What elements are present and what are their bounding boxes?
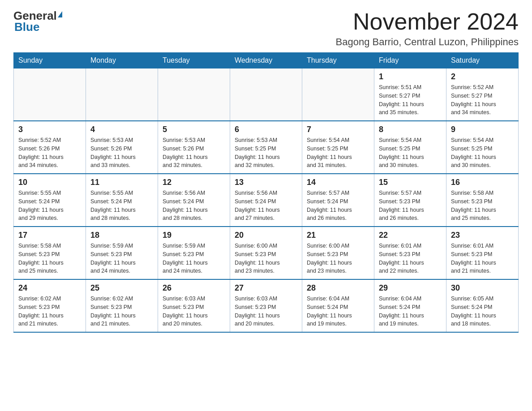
day-info: Sunrise: 6:04 AM Sunset: 5:24 PM Dayligh… <box>379 295 442 328</box>
calendar-cell: 2Sunrise: 5:52 AM Sunset: 5:27 PM Daylig… <box>446 68 519 121</box>
calendar-cell: 24Sunrise: 6:02 AM Sunset: 5:23 PM Dayli… <box>14 279 86 332</box>
day-number: 20 <box>235 231 297 240</box>
week-row-5: 24Sunrise: 6:02 AM Sunset: 5:23 PM Dayli… <box>14 279 519 332</box>
day-number: 18 <box>90 231 153 240</box>
calendar-cell: 16Sunrise: 5:58 AM Sunset: 5:23 PM Dayli… <box>446 174 519 227</box>
day-number: 13 <box>235 178 297 187</box>
day-info: Sunrise: 5:55 AM Sunset: 5:24 PM Dayligh… <box>90 189 153 223</box>
day-number: 29 <box>379 283 442 293</box>
weekday-header-friday: Friday <box>374 53 446 68</box>
day-info: Sunrise: 5:54 AM Sunset: 5:25 PM Dayligh… <box>307 136 369 170</box>
day-number: 8 <box>379 125 442 134</box>
day-number: 25 <box>90 283 153 293</box>
day-number: 28 <box>307 283 369 293</box>
day-number: 26 <box>163 283 225 293</box>
calendar-cell: 12Sunrise: 5:56 AM Sunset: 5:24 PM Dayli… <box>158 174 230 227</box>
day-number: 12 <box>163 178 225 187</box>
calendar-cell: 10Sunrise: 5:55 AM Sunset: 5:24 PM Dayli… <box>14 174 86 227</box>
calendar-cell: 18Sunrise: 5:59 AM Sunset: 5:23 PM Dayli… <box>86 227 158 279</box>
weekday-header-sunday: Sunday <box>14 53 86 68</box>
weekday-header-tuesday: Tuesday <box>158 53 230 68</box>
day-info: Sunrise: 5:56 AM Sunset: 5:24 PM Dayligh… <box>163 189 225 223</box>
day-number: 23 <box>451 231 514 240</box>
weekday-header-row: SundayMondayTuesdayWednesdayThursdayFrid… <box>14 53 519 68</box>
calendar-cell: 8Sunrise: 5:54 AM Sunset: 5:25 PM Daylig… <box>374 121 446 174</box>
day-number: 3 <box>18 125 81 134</box>
day-info: Sunrise: 6:01 AM Sunset: 5:23 PM Dayligh… <box>451 242 514 275</box>
logo: General Blue <box>13 9 62 34</box>
calendar-cell: 15Sunrise: 5:57 AM Sunset: 5:23 PM Dayli… <box>374 174 446 227</box>
calendar-cell: 25Sunrise: 6:02 AM Sunset: 5:23 PM Dayli… <box>86 279 158 332</box>
day-number: 9 <box>451 125 514 134</box>
day-info: Sunrise: 5:57 AM Sunset: 5:24 PM Dayligh… <box>307 189 369 223</box>
week-row-3: 10Sunrise: 5:55 AM Sunset: 5:24 PM Dayli… <box>14 174 519 227</box>
calendar-cell: 28Sunrise: 6:04 AM Sunset: 5:24 PM Dayli… <box>302 279 374 332</box>
day-number: 17 <box>18 231 81 240</box>
day-info: Sunrise: 5:59 AM Sunset: 5:23 PM Dayligh… <box>90 242 153 275</box>
calendar-cell <box>158 68 230 121</box>
day-info: Sunrise: 6:04 AM Sunset: 5:24 PM Dayligh… <box>307 295 369 328</box>
calendar-cell: 21Sunrise: 6:00 AM Sunset: 5:23 PM Dayli… <box>302 227 374 279</box>
weekday-header-monday: Monday <box>86 53 158 68</box>
day-number: 21 <box>307 231 369 240</box>
day-info: Sunrise: 6:00 AM Sunset: 5:23 PM Dayligh… <box>307 242 369 275</box>
weekday-header-saturday: Saturday <box>446 53 519 68</box>
calendar-cell: 13Sunrise: 5:56 AM Sunset: 5:24 PM Dayli… <box>230 174 302 227</box>
calendar-cell: 6Sunrise: 5:53 AM Sunset: 5:25 PM Daylig… <box>230 121 302 174</box>
calendar-cell <box>86 68 158 121</box>
header: General Blue November 2024 Bagong Barrio… <box>13 9 519 48</box>
calendar-cell: 3Sunrise: 5:52 AM Sunset: 5:26 PM Daylig… <box>14 121 86 174</box>
calendar-cell: 27Sunrise: 6:03 AM Sunset: 5:23 PM Dayli… <box>230 279 302 332</box>
day-info: Sunrise: 6:00 AM Sunset: 5:23 PM Dayligh… <box>235 242 297 275</box>
logo-triangle-icon <box>58 11 62 17</box>
calendar-cell: 20Sunrise: 6:00 AM Sunset: 5:23 PM Dayli… <box>230 227 302 279</box>
calendar-cell: 14Sunrise: 5:57 AM Sunset: 5:24 PM Dayli… <box>302 174 374 227</box>
day-info: Sunrise: 5:53 AM Sunset: 5:25 PM Dayligh… <box>235 136 297 170</box>
calendar-cell: 1Sunrise: 5:51 AM Sunset: 5:27 PM Daylig… <box>374 68 446 121</box>
calendar-cell: 30Sunrise: 6:05 AM Sunset: 5:24 PM Dayli… <box>446 279 519 332</box>
calendar-cell: 7Sunrise: 5:54 AM Sunset: 5:25 PM Daylig… <box>302 121 374 174</box>
main-title: November 2024 <box>336 9 519 34</box>
day-number: 27 <box>235 283 297 293</box>
day-number: 10 <box>18 178 81 187</box>
calendar-cell: 26Sunrise: 6:03 AM Sunset: 5:23 PM Dayli… <box>158 279 230 332</box>
calendar-cell <box>302 68 374 121</box>
day-info: Sunrise: 5:53 AM Sunset: 5:26 PM Dayligh… <box>163 136 225 170</box>
day-number: 2 <box>451 72 514 81</box>
day-number: 16 <box>451 178 514 187</box>
week-row-1: 1Sunrise: 5:51 AM Sunset: 5:27 PM Daylig… <box>14 68 519 121</box>
week-row-2: 3Sunrise: 5:52 AM Sunset: 5:26 PM Daylig… <box>14 121 519 174</box>
calendar-cell: 19Sunrise: 5:59 AM Sunset: 5:23 PM Dayli… <box>158 227 230 279</box>
calendar-cell <box>14 68 86 121</box>
day-number: 1 <box>379 72 442 81</box>
day-info: Sunrise: 5:58 AM Sunset: 5:23 PM Dayligh… <box>18 242 81 275</box>
calendar-cell: 29Sunrise: 6:04 AM Sunset: 5:24 PM Dayli… <box>374 279 446 332</box>
day-info: Sunrise: 5:56 AM Sunset: 5:24 PM Dayligh… <box>235 189 297 223</box>
calendar-cell: 22Sunrise: 6:01 AM Sunset: 5:23 PM Dayli… <box>374 227 446 279</box>
day-info: Sunrise: 6:05 AM Sunset: 5:24 PM Dayligh… <box>451 295 514 328</box>
day-info: Sunrise: 6:03 AM Sunset: 5:23 PM Dayligh… <box>235 295 297 328</box>
calendar-cell: 11Sunrise: 5:55 AM Sunset: 5:24 PM Dayli… <box>86 174 158 227</box>
day-number: 24 <box>18 283 81 293</box>
weekday-header-wednesday: Wednesday <box>230 53 302 68</box>
day-number: 7 <box>307 125 369 134</box>
day-info: Sunrise: 5:59 AM Sunset: 5:23 PM Dayligh… <box>163 242 225 275</box>
calendar-cell: 4Sunrise: 5:53 AM Sunset: 5:26 PM Daylig… <box>86 121 158 174</box>
subtitle: Bagong Barrio, Central Luzon, Philippine… <box>336 36 519 48</box>
day-number: 30 <box>451 283 514 293</box>
day-number: 11 <box>90 178 153 187</box>
calendar-cell: 23Sunrise: 6:01 AM Sunset: 5:23 PM Dayli… <box>446 227 519 279</box>
week-row-4: 17Sunrise: 5:58 AM Sunset: 5:23 PM Dayli… <box>14 227 519 279</box>
calendar-cell: 9Sunrise: 5:54 AM Sunset: 5:25 PM Daylig… <box>446 121 519 174</box>
day-info: Sunrise: 5:57 AM Sunset: 5:23 PM Dayligh… <box>379 189 442 223</box>
calendar-cell: 17Sunrise: 5:58 AM Sunset: 5:23 PM Dayli… <box>14 227 86 279</box>
day-number: 22 <box>379 231 442 240</box>
day-info: Sunrise: 6:01 AM Sunset: 5:23 PM Dayligh… <box>379 242 442 275</box>
day-number: 14 <box>307 178 369 187</box>
day-number: 15 <box>379 178 442 187</box>
day-number: 5 <box>163 125 225 134</box>
day-number: 4 <box>90 125 153 134</box>
day-number: 19 <box>163 231 225 240</box>
day-info: Sunrise: 5:53 AM Sunset: 5:26 PM Dayligh… <box>90 136 153 170</box>
day-info: Sunrise: 6:02 AM Sunset: 5:23 PM Dayligh… <box>90 295 153 328</box>
